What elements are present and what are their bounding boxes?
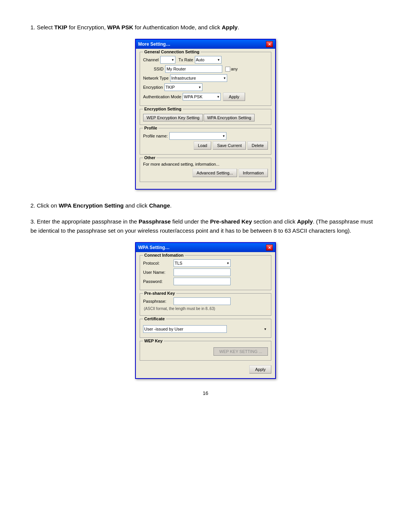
preshared-key-group: Pre-shared Key Passphrase: (ASCII format… xyxy=(140,293,271,316)
wpa-setting-close-button[interactable]: ✕ xyxy=(266,244,273,251)
save-current-button[interactable]: Save Current xyxy=(213,141,246,150)
wep-key-tab-button[interactable]: WEP Encryption Key Setting xyxy=(143,114,203,121)
page-number: 16 xyxy=(30,390,381,396)
password-label: Password: xyxy=(143,279,174,284)
any-checkbox[interactable] xyxy=(225,67,230,72)
auth-mode-label: Authentication Mode xyxy=(143,94,181,99)
wep-key-setting-button: WEP KEY SETTING ... xyxy=(213,347,268,356)
wpa-setting-dialog: WPA Setting… ✕ Connect Infomation Protoc… xyxy=(135,242,276,379)
profile-group: Profile Profile name: Load Save Current … xyxy=(140,128,271,155)
password-row: Password: xyxy=(143,278,268,285)
wep-key-row: WEP KEY SETTING ... xyxy=(143,347,268,356)
certificate-inner: User -issued by User xyxy=(143,323,268,333)
ssid-row: SSID any xyxy=(143,65,268,73)
profile-name-row: Profile name: xyxy=(143,132,268,140)
other-text: For more advanced setting, information..… xyxy=(143,162,268,166)
network-type-label: Network Type xyxy=(143,76,169,80)
wep-key-inner: WEP KEY SETTING ... xyxy=(143,345,268,356)
other-buttons-row: Advanced Setting... Information xyxy=(143,169,268,177)
passphrase-hint: (ASCII format, the length must be in 8..… xyxy=(144,307,215,311)
network-type-row: Network Type Infrastructure xyxy=(143,74,268,82)
other-inner: For more advanced setting, information..… xyxy=(143,162,268,177)
tx-rate-select[interactable]: Auto xyxy=(195,56,221,64)
encryption-tab-buttons: WEP Encryption Key Setting WPA Encryptio… xyxy=(143,114,268,121)
profile-title: Profile xyxy=(143,126,158,130)
passphrase-input[interactable] xyxy=(174,297,231,305)
network-type-select[interactable]: Infrastructure xyxy=(170,74,227,82)
wpa-setting-body: Connect Infomation Protocol: TLS User xyxy=(136,252,275,378)
more-setting-dialog: More Setting… ✕ General Connection Setti… xyxy=(135,39,276,190)
network-type-select-wrapper: Infrastructure xyxy=(170,74,227,82)
profile-inner: Profile name: Load Save Current Delete xyxy=(143,132,268,150)
encryption-row: Encryption TKIP xyxy=(143,83,268,91)
other-title: Other xyxy=(143,155,156,160)
certificate-group: Certificate User -issued by User xyxy=(140,319,271,338)
profile-name-label: Profile name: xyxy=(143,134,168,138)
encryption-setting-inner: WEP Encryption Key Setting WPA Encryptio… xyxy=(143,114,268,121)
certificate-title: Certificate xyxy=(143,316,166,321)
encryption-select-wrapper: TKIP xyxy=(164,83,202,91)
certificate-row: User -issued by User xyxy=(143,325,268,333)
step3-instruction: 3. Enter the appropriate passphrase in t… xyxy=(30,217,381,235)
other-group: Other For more advanced setting, informa… xyxy=(140,158,271,182)
more-setting-body: General Connection Setting Channel Tx Ra… xyxy=(136,49,275,189)
profile-buttons-row: Load Save Current Delete xyxy=(143,141,268,150)
encryption-setting-group: Encryption Setting WEP Encryption Key Se… xyxy=(140,109,271,125)
protocol-label: Protocol: xyxy=(143,261,174,265)
ssid-input[interactable] xyxy=(165,65,222,73)
wep-key-title: WEP Key xyxy=(143,339,164,343)
channel-select[interactable] xyxy=(160,56,175,64)
information-button[interactable]: Information xyxy=(239,169,268,177)
advanced-setting-button[interactable]: Advanced Setting... xyxy=(193,169,237,177)
tx-rate-select-wrapper: Auto xyxy=(195,56,221,64)
encryption-setting-title: Encryption Setting xyxy=(143,107,183,111)
tx-rate-label: Tx Rate xyxy=(178,58,193,62)
preshared-key-inner: Passphrase: (ASCII format, the length mu… xyxy=(143,297,268,311)
connect-info-inner: Protocol: TLS User Name: xyxy=(143,259,268,285)
step2-instruction: 2. Click on WPA Encryption Setting and c… xyxy=(30,201,381,210)
auth-apply-button[interactable]: Apply xyxy=(223,93,245,101)
username-label: User Name: xyxy=(143,270,174,275)
auth-mode-select[interactable]: WPA PSK xyxy=(183,93,221,101)
load-button[interactable]: Load xyxy=(194,141,211,150)
protocol-select-wrapper: TLS xyxy=(174,259,231,267)
wpa-bottom-bar: Apply xyxy=(140,364,271,374)
protocol-row: Protocol: TLS xyxy=(143,259,268,267)
auth-mode-row: Authentication Mode WPA PSK Apply xyxy=(143,93,268,101)
certificate-select-wrapper: User -issued by User xyxy=(143,325,268,333)
username-row: User Name: xyxy=(143,268,268,276)
encryption-label: Encryption xyxy=(143,85,163,89)
more-setting-close-button[interactable]: ✕ xyxy=(266,41,273,47)
wep-key-group: WEP Key WEP KEY SETTING ... xyxy=(140,341,271,361)
passphrase-label: Passphrase: xyxy=(143,299,174,304)
connect-info-group: Connect Infomation Protocol: TLS User xyxy=(140,255,271,290)
certificate-select[interactable]: User -issued by User xyxy=(143,325,227,333)
more-setting-dialog-wrapper: More Setting… ✕ General Connection Setti… xyxy=(30,39,381,190)
channel-label: Channel xyxy=(143,58,159,62)
more-setting-title: More Setting… xyxy=(138,42,170,47)
username-input[interactable] xyxy=(174,268,231,276)
delete-button[interactable]: Delete xyxy=(247,141,268,150)
general-connection-inner: Channel Tx Rate Auto SSID xyxy=(143,56,268,101)
preshared-key-title: Pre-shared Key xyxy=(143,291,176,296)
more-setting-titlebar: More Setting… ✕ xyxy=(136,40,275,49)
any-label: any xyxy=(231,67,238,71)
channel-select-wrapper xyxy=(160,56,175,64)
wpa-enc-tab-button[interactable]: WPA Encryption Setting xyxy=(204,114,255,121)
passphrase-hint-row: (ASCII format, the length must be in 8..… xyxy=(143,307,268,311)
protocol-select[interactable]: TLS xyxy=(174,259,231,267)
encryption-select[interactable]: TKIP xyxy=(164,83,202,91)
wpa-setting-dialog-wrapper: WPA Setting… ✕ Connect Infomation Protoc… xyxy=(30,242,381,379)
wpa-setting-titlebar: WPA Setting… ✕ xyxy=(136,243,275,252)
wpa-apply-button[interactable]: Apply xyxy=(249,365,271,374)
profile-name-select-wrapper xyxy=(169,132,226,140)
general-connection-group: General Connection Setting Channel Tx Ra… xyxy=(140,52,271,106)
password-input[interactable] xyxy=(174,278,231,285)
channel-txrate-row: Channel Tx Rate Auto xyxy=(143,56,268,64)
profile-name-select[interactable] xyxy=(169,132,226,140)
passphrase-row: Passphrase: xyxy=(143,297,268,305)
general-connection-title: General Connection Setting xyxy=(143,50,201,54)
auth-mode-select-wrapper: WPA PSK xyxy=(183,93,221,101)
ssid-label: SSID xyxy=(154,67,164,71)
step1-instruction: 1. Select TKIP for Encryption, WPA PSK f… xyxy=(30,23,381,32)
